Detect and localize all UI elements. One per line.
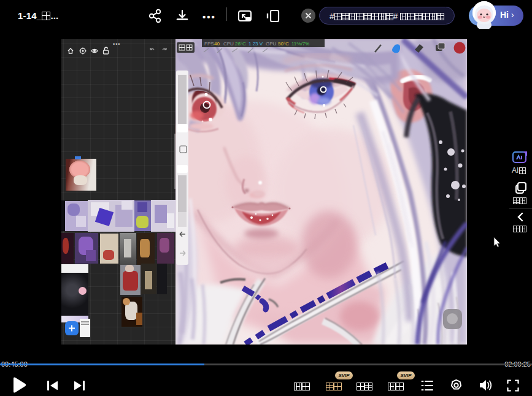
svg-text:FPS: FPS — [204, 41, 214, 47]
svg-text:1.23 V: 1.23 V — [249, 41, 263, 47]
svg-text:50°C: 50°C — [278, 41, 289, 47]
svg-text:11%/7%: 11%/7% — [291, 41, 309, 47]
svg-text:GPU: GPU — [266, 41, 277, 47]
svg-text:CPU: CPU — [223, 41, 234, 47]
svg-text:28°C: 28°C — [235, 41, 246, 47]
svg-text:40: 40 — [214, 41, 220, 47]
